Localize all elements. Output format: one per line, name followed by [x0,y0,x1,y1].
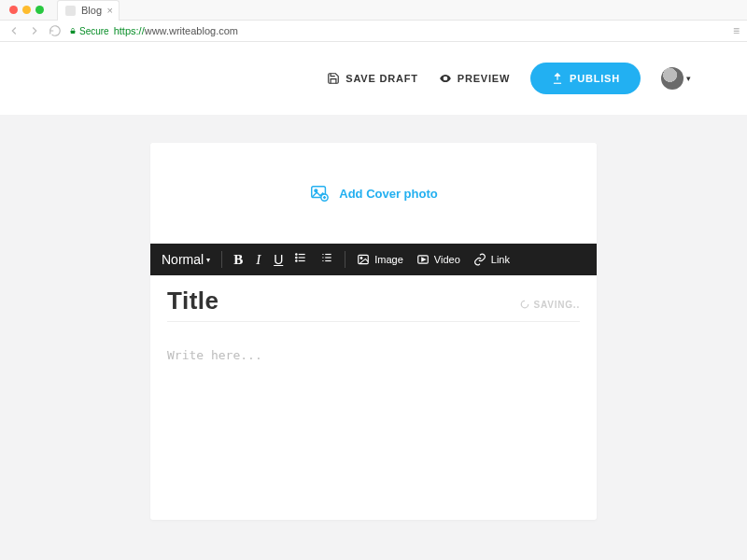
tab-title: Blog [81,5,102,16]
preview-label: PREVIEW [458,73,510,84]
browser-chrome: Blog × Secure https://www.writeablog.com… [0,0,747,42]
saving-label: SAVING.. [533,300,580,310]
saving-indicator: SAVING.. [520,300,580,310]
add-cover-photo-button[interactable]: Add Cover photo [150,143,597,244]
browser-toolbar: Secure https://www.writeablog.com ≡ [0,21,747,41]
secure-badge: Secure [69,26,109,36]
svg-point-1 [444,77,446,79]
secure-label: Secure [79,26,109,36]
nav-reload-icon[interactable] [49,24,62,37]
browser-tab-strip: Blog × [0,0,747,21]
preview-button[interactable]: PREVIEW [439,72,510,85]
favicon-icon [65,6,76,16]
app-header: SAVE DRAFT PREVIEW PUBLISH ▾ [0,42,747,115]
image-label: Image [374,254,403,265]
save-draft-label: SAVE DRAFT [345,73,417,84]
window-controls [6,6,48,14]
window-close-icon[interactable] [9,6,18,14]
chevron-down-icon: ▾ [206,256,210,264]
svg-point-12 [296,260,297,261]
browser-tab[interactable]: Blog × [57,0,120,21]
separator [221,251,222,268]
editor-toolbar: Normal ▾ B I U Image [150,244,597,275]
tab-close-icon[interactable]: × [107,5,113,16]
url-text: https://www.writeablog.com [114,25,238,36]
insert-image-button[interactable]: Image [357,253,403,266]
save-draft-button[interactable]: SAVE DRAFT [327,72,417,85]
publish-label: PUBLISH [570,73,620,84]
bullet-list-icon[interactable] [294,251,307,268]
upload-icon [551,72,564,85]
italic-button[interactable]: I [256,252,261,268]
image-icon [309,183,330,203]
eye-icon [439,72,452,85]
insert-video-button[interactable]: Video [416,253,460,266]
video-label: Video [434,254,460,265]
svg-rect-0 [71,31,76,34]
format-label: Normal [162,252,204,267]
chevron-down-icon: ▾ [686,74,691,83]
address-bar[interactable]: Secure https://www.writeablog.com [69,25,726,36]
lock-icon [69,26,77,35]
format-dropdown[interactable]: Normal ▾ [162,252,210,267]
publish-button[interactable]: PUBLISH [530,63,641,94]
video-icon [416,253,430,266]
title-input[interactable] [167,287,513,315]
spinner-icon [520,300,529,309]
separator [345,251,345,268]
bold-button[interactable]: B [233,252,243,268]
link-icon [473,253,486,266]
editor-body: SAVING.. [150,275,597,520]
add-cover-label: Add Cover photo [339,187,437,201]
body-input[interactable] [167,348,580,516]
user-menu[interactable]: ▾ [661,67,691,90]
text-style-group: B I U [233,252,283,268]
underline-button[interactable]: U [274,252,283,267]
insert-link-button[interactable]: Link [473,253,510,266]
list-group [294,251,333,268]
image-icon [357,253,370,266]
svg-marker-23 [422,258,426,261]
svg-point-21 [360,258,362,259]
window-maximize-icon[interactable] [35,6,44,14]
browser-menu-icon[interactable]: ≡ [733,24,740,37]
nav-forward-icon[interactable] [28,24,41,37]
editor-card: Add Cover photo Normal ▾ B I U [150,143,597,520]
svg-point-8 [296,254,297,255]
media-group: Image Video Link [357,253,510,266]
window-minimize-icon[interactable] [22,6,31,14]
avatar-icon [661,67,684,90]
nav-back-icon[interactable] [7,24,21,37]
ordered-list-icon[interactable] [320,251,333,268]
content-area: Add Cover photo Normal ▾ B I U [0,115,747,520]
link-label: Link [491,254,510,265]
save-icon [327,72,340,85]
svg-point-10 [296,257,297,258]
